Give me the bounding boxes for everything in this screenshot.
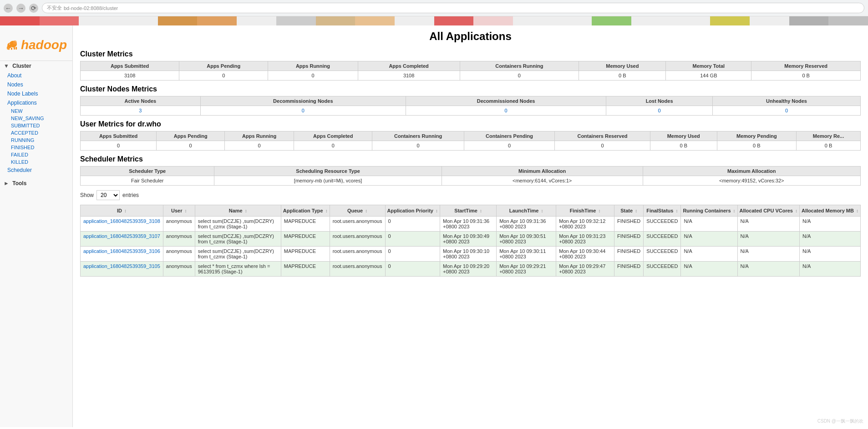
sort-finish-icon: ↕: [599, 208, 601, 213]
svg-rect-2: [8, 48, 10, 50]
sidebar-cluster-section[interactable]: ▼ Cluster: [0, 61, 72, 71]
col-minimum-allocation: Minimum Allocation: [442, 167, 643, 176]
col-containers-running: Containers Running: [460, 61, 579, 71]
sidebar-item-scheduler[interactable]: Scheduler: [0, 166, 72, 175]
col-user-containers-pending: Containers Pending: [464, 131, 554, 141]
sort-id-icon: ↕: [124, 208, 127, 213]
browser-chrome: ← → ⟳ 不安全 bd-node-02:8088/cluster: [0, 0, 868, 16]
show-label: Show: [80, 192, 94, 198]
reload-button[interactable]: ⟳: [29, 4, 38, 13]
col-user-memory-pending: Memory Pending: [717, 131, 796, 141]
sidebar-sub-item-new-saving[interactable]: NEW_SAVING: [0, 115, 72, 122]
sidebar-sub-item-finished[interactable]: FINISHED: [0, 144, 72, 151]
sort-priority-icon: ↕: [436, 208, 438, 213]
cell-start-time: Mon Apr 10 09:30:49 +0800 2023: [440, 232, 497, 247]
cell-running-containers: N/A: [681, 262, 737, 277]
col-user-apps-completed: Apps Completed: [294, 131, 372, 141]
cell-queue: root.users.anonymous: [330, 232, 385, 247]
cell-final-status: SUCCEEDED: [644, 217, 681, 232]
svg-point-7: [9, 44, 10, 44]
hadoop-logo-text: hadoop: [21, 38, 67, 52]
col-memory-reserved: Memory Reserved: [751, 61, 861, 71]
col-final-status[interactable]: FinalStatus ↕: [644, 205, 681, 217]
app-id-link-3108[interactable]: application_1680482539359_3108: [83, 218, 160, 224]
cell-id: application_1680482539359_3106: [81, 247, 163, 262]
cell-type: MAPREDUCE: [281, 262, 330, 277]
col-allocated-memory[interactable]: Allocated Memory MB ↕: [799, 205, 860, 217]
url-bar[interactable]: 不安全 bd-node-02:8088/cluster: [42, 3, 864, 13]
col-maximum-allocation: Maximum Allocation: [643, 167, 860, 176]
app-id-link-3107[interactable]: application_1680482539359_3107: [83, 233, 160, 239]
col-state[interactable]: State ↕: [614, 205, 643, 217]
col-app-priority[interactable]: Application Priority ↕: [385, 205, 440, 217]
cell-allocated-memory: N/A: [799, 247, 860, 262]
cell-priority: 0: [385, 262, 440, 277]
val-user-memory-used: 0 B: [650, 141, 717, 151]
show-entries-control: Show 10 20 50 100 entries: [80, 190, 861, 200]
cluster-section-label: Cluster: [12, 63, 31, 69]
sidebar-item-applications[interactable]: Applications: [0, 98, 72, 107]
sidebar-sub-item-new[interactable]: NEW: [0, 107, 72, 115]
val-lost-nodes: 0: [606, 106, 713, 116]
val-scheduler-type: Fair Scheduler: [81, 176, 214, 186]
table-row: application_1680482539359_3108 anonymous…: [81, 217, 861, 232]
col-running-containers[interactable]: Running Containers ↕: [681, 205, 737, 217]
cell-running-containers: N/A: [681, 217, 737, 232]
val-apps-pending: 0: [179, 71, 268, 81]
sidebar-item-nodes[interactable]: Nodes: [0, 80, 72, 89]
sort-name-icon: ↕: [245, 208, 247, 213]
app-id-link-3105[interactable]: application_1680482539359_3105: [83, 263, 160, 269]
val-user-apps-completed: 0: [294, 141, 372, 151]
sidebar-tools-section[interactable]: ► Tools: [0, 178, 72, 188]
col-user-memory-used: Memory Used: [650, 131, 717, 141]
col-allocated-cpu[interactable]: Allocated CPU VCores ↕: [737, 205, 799, 217]
logo: hadoop: [5, 35, 67, 55]
table-row: application_1680482539359_3105 anonymous…: [81, 262, 861, 277]
col-app-type[interactable]: Application Type ↕: [281, 205, 330, 217]
cell-user: anonymous: [163, 247, 195, 262]
back-button[interactable]: ←: [4, 4, 13, 13]
svg-point-8: [13, 40, 17, 45]
sidebar-sub-item-running[interactable]: RUNNING: [0, 136, 72, 144]
sidebar-item-about[interactable]: About: [0, 71, 72, 80]
col-finish-time[interactable]: FinishTime ↕: [556, 205, 614, 217]
col-memory-total: Memory Total: [666, 61, 751, 71]
entries-label: entries: [122, 192, 139, 198]
val-apps-submitted: 3108: [81, 71, 179, 81]
sidebar-sub-item-failed[interactable]: FAILED: [0, 151, 72, 158]
val-user-apps-submitted: 0: [81, 141, 157, 151]
cell-running-containers: N/A: [681, 232, 737, 247]
cell-queue: root.users.anonymous: [330, 247, 385, 262]
col-user[interactable]: User ↕: [163, 205, 195, 217]
sort-state-icon: ↕: [635, 208, 637, 213]
cluster-metrics-title: Cluster Metrics: [80, 50, 861, 58]
cell-launch-time: Mon Apr 10 09:31:36 +0800 2023: [497, 217, 556, 232]
user-metrics-title: User Metrics for dr.who: [80, 120, 861, 128]
svg-point-1: [7, 43, 12, 48]
sidebar-sub-item-accepted[interactable]: ACCEPTED: [0, 129, 72, 136]
cell-launch-time: Mon Apr 10 09:30:51 +0800 2023: [497, 232, 556, 247]
sort-user-icon: ↕: [185, 208, 187, 213]
app-id-link-3106[interactable]: application_1680482539359_3106: [83, 248, 160, 254]
cell-state: FINISHED: [614, 232, 643, 247]
col-queue[interactable]: Queue ↕: [330, 205, 385, 217]
sort-type-icon: ↕: [325, 208, 328, 213]
col-active-nodes: Active Nodes: [81, 96, 201, 106]
col-lost-nodes: Lost Nodes: [606, 96, 713, 106]
col-name[interactable]: Name ↕: [195, 205, 281, 217]
cell-user: anonymous: [163, 217, 195, 232]
forward-button[interactable]: →: [16, 4, 25, 13]
main-content: All Applications Cluster Metrics Apps Su…: [73, 25, 868, 427]
sidebar-sub-item-killed[interactable]: KILLED: [0, 158, 72, 166]
col-id[interactable]: ID ↕: [81, 205, 163, 217]
cell-type: MAPREDUCE: [281, 232, 330, 247]
cluster-nodes-table: Active Nodes Decommissioning Nodes Decom…: [80, 96, 861, 116]
sort-queue-icon: ↕: [365, 208, 367, 213]
col-start-time[interactable]: StartTime ↕: [440, 205, 497, 217]
col-launch-time[interactable]: LaunchTime ↕: [497, 205, 556, 217]
sidebar-item-node-labels[interactable]: Node Labels: [0, 89, 72, 98]
sidebar-sub-item-submitted[interactable]: SUBMITTED: [0, 122, 72, 129]
entries-select[interactable]: 10 20 50 100: [96, 190, 120, 200]
cell-allocated-cpu: N/A: [737, 262, 799, 277]
color-strip: [0, 16, 868, 25]
